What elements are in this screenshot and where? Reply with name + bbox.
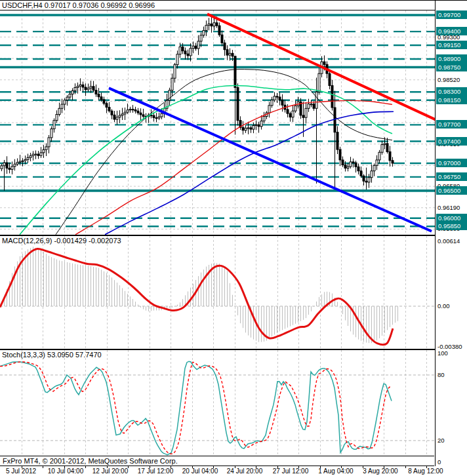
grid-layer (0, 10, 435, 234)
price-level-badge: 0.99150 (436, 41, 467, 49)
price-axis-divider (435, 1, 436, 466)
main-chart-canvas[interactable] (0, 1, 435, 235)
time-axis-label: 1 Aug 04:00 (312, 467, 359, 475)
macd-panel: MACD(12,26,9) -0.001429 -0.002073 (0, 236, 435, 350)
time-axis-label: 12 Jul 20:00 (87, 467, 134, 475)
stochastic-label: Stoch(13,3,3) 53.0950 57.7470 (2, 351, 102, 359)
stoch-axis-label: 0 (437, 458, 441, 466)
price-level-badge: 0.98900 (436, 54, 467, 63)
price-axis-column: 0.993000.989100.985200.981300.977400.973… (436, 1, 467, 476)
price-axis-label: 0.96190 (437, 203, 460, 212)
price-level-badge: 0.99400 (436, 27, 467, 35)
stochastic-canvas[interactable] (0, 350, 435, 466)
price-level-badge: 0.95850 (436, 222, 467, 230)
time-axis-label: 20 Jul 04:00 (176, 467, 224, 475)
stoch-axis-label: 100 (437, 349, 448, 357)
support-resistance-lines[interactable] (0, 15, 435, 226)
ma-fast-black (56, 69, 392, 235)
ma-blue (105, 111, 394, 234)
grid-layer (0, 350, 435, 455)
price-level-badge: 0.96500 (436, 186, 467, 195)
time-axis-label: 3 Aug 20:00 (357, 467, 404, 475)
macd-axis-label: 0.00 (437, 302, 450, 310)
price-level-badge: 0.98150 (436, 96, 467, 104)
price-level-badge: 0.97000 (436, 159, 467, 167)
chart-title: USDCHF,H4 0.97017 0.97036 0.96992 0.9699… (2, 1, 155, 9)
macd-histogram (2, 247, 398, 343)
mt4-chart-window: USDCHF,H4 0.97017 0.97036 0.96992 0.9699… (0, 0, 467, 476)
macd-axis-label: 0.00614 (437, 237, 460, 245)
main-chart-panel: USDCHF,H4 0.97017 0.97036 0.96992 0.9699… (0, 1, 435, 236)
price-level-badge: 0.96750 (436, 172, 467, 181)
price-level-badge: 0.98750 (436, 63, 467, 71)
price-level-badge: 0.99700 (436, 10, 467, 19)
price-level-badge: 0.96000 (436, 214, 467, 222)
time-axis[interactable]: 5 Jul 201210 Jul 04:0012 Jul 20:0017 Jul… (0, 466, 467, 476)
ma-green (20, 85, 392, 234)
candles-layer (1, 15, 394, 191)
macd-label: MACD(12,26,9) -0.001429 -0.002073 (2, 237, 121, 245)
stoch-axis-label: 80 (437, 370, 445, 379)
price-level-badge: 0.97700 (436, 120, 467, 129)
stoch-d-line (0, 362, 392, 454)
time-axis-label: 17 Jul 12:00 (132, 467, 179, 475)
macd-signal-line (0, 248, 393, 344)
price-level-badge: 0.97400 (436, 137, 467, 146)
copyright-bar: FxPro MT4, © 2001-2012, MetaQuotes Softw… (0, 456, 434, 466)
time-axis-label: 8 Aug 12:00 (402, 467, 449, 475)
time-axis-label: 24 Jul 20:00 (221, 467, 268, 475)
stochastic-panel: Stoch(13,3,3) 53.0950 57.7470 (0, 350, 435, 466)
time-axis-label: 27 Jul 12:00 (267, 467, 314, 475)
time-axis-label: 5 Jul 2012 (0, 467, 45, 475)
stoch-axis-label: 20 (437, 436, 445, 445)
macd-canvas[interactable] (0, 236, 435, 349)
price-level-badge: 0.98300 (436, 87, 467, 96)
time-axis-label: 10 Jul 04:00 (42, 467, 89, 475)
price-axis-label: 0.98520 (437, 75, 460, 84)
